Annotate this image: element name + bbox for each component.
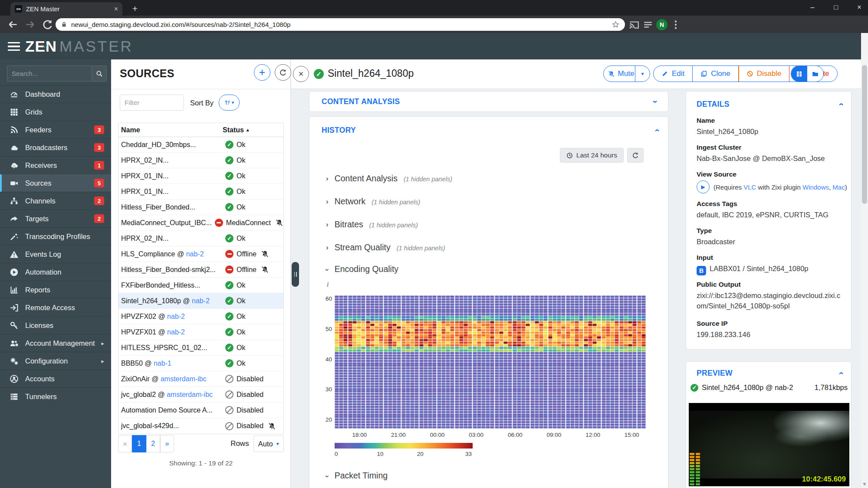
sidebar-item[interactable]: Configuration ▸ (0, 352, 111, 370)
page-1-button[interactable]: 1 (132, 435, 146, 452)
table-row[interactable]: HPRX_01_IN... @ Ok (118, 168, 283, 184)
new-tab-button[interactable]: + (128, 3, 141, 15)
chevron-up-icon[interactable]: › (835, 372, 845, 375)
sidebar-item[interactable]: Dashboard ▸ (0, 85, 111, 103)
chevron-down-icon[interactable]: › (651, 100, 661, 103)
table-row[interactable]: ZixiOnAir @ amsterdam-ibc Disabled (118, 371, 283, 387)
refresh-sources-button[interactable] (275, 64, 291, 81)
sidebar-item[interactable]: Account Management ▸ (0, 334, 111, 352)
window-close-button[interactable]: × (851, 1, 868, 14)
cluster-link[interactable]: nab-2 (167, 328, 185, 336)
rows-per-page-select[interactable]: Auto ▾ (253, 436, 284, 452)
table-row[interactable]: HPVZFX01 @ nab-2 Ok (118, 324, 283, 340)
sidebar-item[interactable]: Sources 5 ▸ (0, 174, 111, 192)
sidebar-item[interactable]: Targets 2 ▸ (0, 210, 111, 227)
sidebar-item[interactable]: Broadcasters 3 ▸ (0, 138, 111, 156)
cluster-link[interactable]: amsterdam-ibc (167, 391, 213, 398)
sidebar-item[interactable]: Receivers 1 ▸ (0, 156, 111, 174)
sidebar-item[interactable]: Tunnelers ▸ (0, 387, 111, 405)
filter-input[interactable] (120, 95, 184, 111)
table-row[interactable]: Automation Demo Source A... @ Disabled (118, 403, 283, 418)
scrollbar-thumb[interactable] (862, 65, 867, 204)
table-row[interactable]: HPRX_01_IN... @ Ok (118, 184, 283, 200)
scrollbar-down-arrow[interactable]: ▼ (861, 481, 868, 487)
clone-button[interactable]: Clone (692, 66, 738, 82)
menu-icon[interactable] (8, 42, 20, 51)
sidebar-item[interactable]: Reports ▸ (0, 281, 111, 298)
window-maximize-button[interactable]: □ (827, 1, 845, 14)
sidebar-item[interactable]: Grids ▸ (0, 103, 111, 121)
search-button[interactable] (92, 66, 107, 82)
chevron-up-icon[interactable]: › (651, 129, 661, 132)
table-row[interactable]: Hitless_Fiber_Bonded-smkj2... @ Offline (118, 262, 283, 278)
add-source-button[interactable] (254, 64, 270, 81)
folder-view-button[interactable] (807, 66, 823, 82)
browser-avatar[interactable]: N (656, 19, 667, 30)
url-text[interactable]: newui_demo.staging.devcloud.zixi.com/#/s… (71, 21, 608, 28)
vlc-link[interactable]: VLC (743, 183, 756, 191)
close-detail-button[interactable]: × (293, 66, 309, 82)
mute-dropdown-button[interactable]: ▾ (635, 66, 650, 82)
forward-icon[interactable] (24, 19, 36, 30)
mac-link[interactable]: Mac (832, 183, 845, 191)
sort-button[interactable]: ▾ (219, 95, 240, 111)
time-range-button[interactable]: Last 24 hours (560, 148, 624, 163)
sidebar-item[interactable]: Events Log ▸ (0, 245, 111, 263)
browser-menu-icon[interactable] (670, 19, 681, 30)
table-row[interactable]: jvc_global2 @ amsterdam-ibc Disabled (118, 387, 283, 403)
page-next-button[interactable]: » (160, 435, 174, 452)
packet-timing-section[interactable]: › Packet Timing (326, 471, 388, 481)
search-input[interactable] (7, 66, 92, 82)
edit-button[interactable]: Edit (654, 66, 692, 82)
history-section-row[interactable]: › Bitrates (1 hidden panels) (326, 219, 452, 229)
chevron-up-icon[interactable]: › (835, 103, 845, 106)
url-bar[interactable]: newui_demo.staging.devcloud.zixi.com/#/s… (56, 18, 625, 31)
windows-link[interactable]: Windows (802, 183, 829, 191)
info-icon[interactable]: i (327, 281, 329, 288)
page-2-button[interactable]: 2 (146, 435, 160, 452)
preview-video[interactable]: 10:42:45.609 (689, 403, 849, 486)
reload-icon[interactable] (42, 19, 53, 30)
sidebar-item[interactable]: Channels 2 ▸ (0, 192, 111, 210)
cluster-link[interactable]: nab-2 (192, 297, 210, 305)
reading-list-icon[interactable] (642, 19, 654, 30)
sidebar-item[interactable]: Accounts ▸ (0, 370, 111, 387)
table-row[interactable]: HPVZFX02 @ nab-2 Ok (118, 309, 283, 324)
cluster-link[interactable]: nab-1 (154, 360, 171, 367)
sidebar-item[interactable]: Transcoding Profiles ▸ (0, 227, 111, 245)
table-row[interactable]: Hitless_Fiber_Bonded... @ Ok (118, 200, 283, 215)
table-row[interactable]: jvc_global-s429d... @ Disabled (118, 418, 283, 434)
history-section-row[interactable]: › Content Analysis (1 hidden panels) (326, 174, 452, 183)
table-row[interactable]: HITLESS_HPSRC_01_02... @ Ok (118, 340, 283, 356)
history-section-row[interactable]: › Stream Quality (1 hidden panels) (326, 242, 452, 252)
disable-button[interactable]: Disable (738, 66, 789, 82)
history-section-row[interactable]: › Network (1 hidden panels) (326, 197, 452, 206)
table-row[interactable]: Sintel_h264_1080p @ nab-2 Ok (118, 293, 283, 309)
cluster-link[interactable]: nab-2 (186, 250, 204, 258)
table-row[interactable]: HLS_Compliance @ nab-2 Offline (118, 246, 283, 262)
table-row[interactable]: MediaConnect_Output_IBC... @ MediaConnec… (118, 215, 283, 231)
table-row[interactable]: HPRX_02_IN... @ Ok (118, 231, 283, 246)
page-scrollbar[interactable]: ▼ (861, 33, 868, 488)
sidebar-item[interactable]: Licenses ▸ (0, 316, 111, 334)
cast-icon[interactable] (628, 19, 640, 30)
table-row[interactable]: FXFiberBonded_Hitless... @ Ok (118, 278, 283, 293)
tab-close-icon[interactable]: × (114, 5, 118, 13)
sidebar-item[interactable]: Automation ▸ (0, 263, 111, 281)
bookmark-star-icon[interactable] (612, 20, 620, 29)
table-row[interactable]: HPRX_02_IN... @ Ok (118, 153, 283, 168)
browser-tab[interactable]: ZEN ZEN Master × (10, 2, 122, 16)
mute-button[interactable]: Mute (604, 66, 635, 82)
encoding-quality-section[interactable]: › Encoding Quality (326, 264, 398, 274)
refresh-history-button[interactable] (627, 148, 644, 163)
page-prev-button[interactable]: « (118, 435, 132, 452)
sidebar-item[interactable]: Remote Access ▸ (0, 298, 111, 316)
sidebar-item[interactable]: Feeders 3 ▸ (0, 121, 111, 138)
column-name[interactable]: Name (118, 126, 223, 134)
table-row[interactable]: BBB50 @ nab-1 Ok (118, 356, 283, 371)
panel-resize-handle[interactable] (292, 262, 299, 287)
column-status[interactable]: Status ▴ (223, 126, 249, 134)
cluster-link[interactable]: nab-2 (167, 313, 185, 320)
back-icon[interactable] (7, 19, 19, 30)
grid-view-button[interactable] (791, 66, 807, 82)
